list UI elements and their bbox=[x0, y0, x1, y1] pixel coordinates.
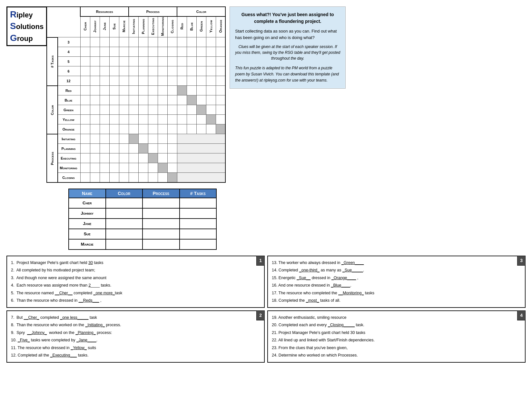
col-jane: Jane bbox=[100, 16, 109, 37]
col-orange: Orange bbox=[216, 16, 225, 37]
color-header: Color bbox=[177, 7, 225, 16]
answer-color-jane[interactable] bbox=[106, 219, 143, 229]
process-header: Process bbox=[129, 7, 177, 16]
process-label-initiating: Initiating bbox=[58, 134, 80, 144]
info-footer: This fun puzzle is adapted to the PM wor… bbox=[235, 65, 340, 84]
clue-number-2: 2 bbox=[256, 310, 265, 320]
info-box: Guess what?! You've just been assigned t… bbox=[230, 6, 346, 89]
info-clue-note: Clues will be given at the start of each… bbox=[235, 44, 340, 61]
main-puzzle-grid: Resources Process Color Cher Johnny bbox=[46, 6, 226, 183]
answer-process-sue[interactable] bbox=[143, 229, 180, 239]
process-row-planning: Planning bbox=[47, 144, 225, 153]
process-label-closing: Closing bbox=[58, 173, 80, 182]
col-green: Green bbox=[196, 16, 206, 37]
col-red: Red bbox=[177, 16, 187, 37]
answer-header-tasks: # Tasks bbox=[180, 189, 217, 198]
col-closing: Closing bbox=[167, 16, 177, 37]
tasks-section-label: # Tasks bbox=[47, 37, 58, 86]
tasks-row-3: # Tasks 3 bbox=[47, 37, 225, 47]
color-label-orange: Orange bbox=[58, 124, 80, 134]
tasks-row-4: 4 bbox=[47, 47, 225, 57]
logo-line1: ipley bbox=[16, 11, 33, 19]
tasks-row-5: 5 bbox=[47, 57, 225, 66]
page-container: Ripley Solutions Group Resources bbox=[6, 6, 526, 363]
color-row-yellow: Yellow bbox=[47, 115, 225, 124]
answer-tasks-cher[interactable] bbox=[180, 198, 217, 208]
process-row-executing: Executing bbox=[47, 153, 225, 163]
task-label-6: 6 bbox=[58, 66, 80, 76]
main-top: Ripley Solutions Group Resources bbox=[6, 6, 526, 250]
col-marcie: Marcie bbox=[119, 16, 129, 37]
answer-process-johnny[interactable] bbox=[143, 208, 180, 219]
clue-number-3: 3 bbox=[517, 256, 526, 266]
answer-row-sue: Sue bbox=[69, 229, 216, 239]
clue-box-2: 2 7. But __Cher_ completed _one less____… bbox=[6, 310, 265, 363]
color-label-yellow: Yellow bbox=[58, 115, 80, 124]
answer-process-marcie[interactable] bbox=[143, 239, 180, 250]
clue-number-1: 1 bbox=[256, 256, 265, 266]
tasks-row-12: 12 bbox=[47, 76, 225, 86]
answer-tasks-johnny[interactable] bbox=[180, 208, 217, 219]
task-label-5: 5 bbox=[58, 57, 80, 66]
color-row-red: Color Red bbox=[47, 86, 225, 95]
process-row-initiating: Process Initiating bbox=[47, 134, 225, 144]
answer-name-jane: Jane bbox=[69, 219, 106, 229]
answer-row-marcie: Marcie bbox=[69, 239, 216, 250]
task-label-12: 12 bbox=[58, 76, 80, 86]
clue-box-1: 1 1. Project Manager Pete's gantt chart … bbox=[6, 256, 265, 308]
task-label-4: 4 bbox=[58, 47, 80, 57]
info-title: Guess what?! You've just been assigned t… bbox=[235, 11, 340, 25]
process-row-closing: Closing bbox=[47, 173, 225, 182]
answer-tasks-jane[interactable] bbox=[180, 219, 217, 229]
clue-number-4: 4 bbox=[517, 310, 526, 320]
answer-color-sue[interactable] bbox=[106, 229, 143, 239]
logo-s: S bbox=[10, 20, 16, 32]
answer-color-marcie[interactable] bbox=[106, 239, 143, 250]
answer-process-jane[interactable] bbox=[143, 219, 180, 229]
col-yellow: Yellow bbox=[206, 16, 216, 37]
process-row-monitoring: Monitoring bbox=[47, 163, 225, 173]
process-label-planning: Planning bbox=[58, 144, 80, 153]
col-blue: Blue bbox=[187, 16, 196, 37]
answer-table: Name Color Process # Tasks Cher bbox=[68, 189, 217, 250]
color-row-orange: Orange bbox=[47, 124, 225, 134]
puzzle-and-answer: Ripley Solutions Group Resources bbox=[6, 6, 226, 250]
info-body: Start collecting data as soon as you can… bbox=[235, 28, 340, 41]
color-label-blue: Blue bbox=[58, 95, 80, 105]
answer-name-johnny: Johnny bbox=[69, 208, 106, 219]
answer-name-sue: Sue bbox=[69, 229, 106, 239]
clues-section: 1 1. Project Manager Pete's gantt chart … bbox=[6, 256, 526, 363]
logo-line2: olutions bbox=[16, 23, 44, 31]
tasks-row-6: 6 bbox=[47, 66, 225, 76]
resources-header: Resources bbox=[80, 7, 129, 16]
color-label-red: Red bbox=[58, 86, 80, 95]
answer-header-color: Color bbox=[106, 189, 143, 198]
color-row-green: Green bbox=[47, 105, 225, 115]
col-monitoring: Monitoring bbox=[158, 16, 167, 37]
color-row-blue: Blue bbox=[47, 95, 225, 105]
col-johnny: Johnny bbox=[90, 16, 100, 37]
color-section-label: Color bbox=[47, 86, 58, 134]
answer-color-johnny[interactable] bbox=[106, 208, 143, 219]
answer-tasks-marcie[interactable] bbox=[180, 239, 217, 250]
process-label-monitoring: Monitoring bbox=[58, 163, 80, 173]
color-label-green: Green bbox=[58, 105, 80, 115]
col-executing: Executing bbox=[148, 16, 158, 37]
answer-row-cher: Cher bbox=[69, 198, 216, 208]
process-label-executing: Executing bbox=[58, 153, 80, 163]
logo-line3: roup bbox=[17, 34, 33, 43]
col-initiating: Initiating bbox=[129, 16, 138, 37]
col-planning: Planning bbox=[138, 16, 148, 37]
answer-color-cher[interactable] bbox=[106, 198, 143, 208]
answer-name-marcie: Marcie bbox=[69, 239, 106, 250]
answer-header-process: Process bbox=[143, 189, 180, 198]
answer-table-container: Name Color Process # Tasks Cher bbox=[68, 189, 226, 250]
answer-name-cher: Cher bbox=[69, 198, 106, 208]
answer-tasks-sue[interactable] bbox=[180, 229, 217, 239]
col-cher: Cher bbox=[80, 16, 90, 37]
clue-box-3: 3 13. The worker who always dressed in _… bbox=[267, 256, 526, 308]
answer-row-johnny: Johnny bbox=[69, 208, 216, 219]
process-section-label: Process bbox=[47, 134, 58, 182]
answer-process-cher[interactable] bbox=[143, 198, 180, 208]
answer-row-jane: Jane bbox=[69, 219, 216, 229]
